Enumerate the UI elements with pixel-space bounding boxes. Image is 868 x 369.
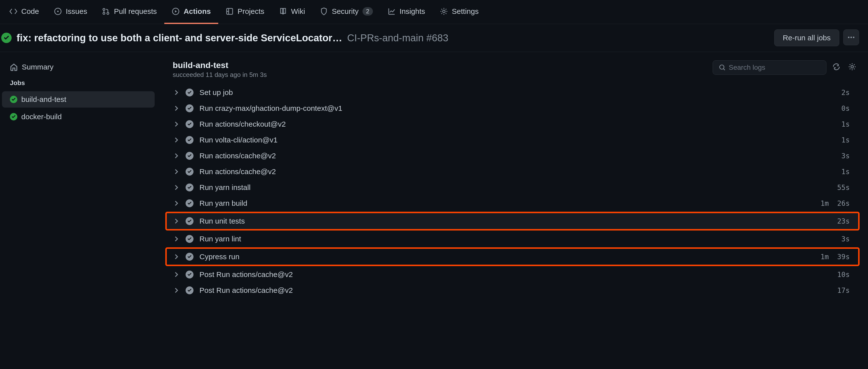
step-name: Run unit tests [199,217,831,225]
step-row[interactable]: Run yarn lint3s [167,231,858,247]
success-icon [186,253,193,261]
success-icon [186,217,193,225]
step-row[interactable]: Run actions/checkout@v21s [167,116,858,132]
step-row[interactable]: Run actions/cache@v23s [167,148,858,164]
success-icon [186,168,193,176]
chevron-right-icon [173,89,180,96]
step-row[interactable]: Run yarn install55s [167,179,858,195]
success-icon [10,96,17,103]
gear-icon [848,63,856,71]
step-name: Cypress run [199,253,814,261]
success-icon [186,120,193,128]
job-title: build-and-test [173,60,267,70]
svg-point-10 [853,37,855,38]
svg-point-11 [720,65,724,69]
workflow-header: fix: refactoring to use both a client- a… [0,24,868,52]
nav-projects[interactable]: Projects [218,0,272,24]
refresh-button[interactable] [830,61,842,74]
chevron-right-icon [173,153,180,159]
nav-security[interactable]: Security2 [312,0,380,24]
chevron-right-icon [173,105,180,112]
step-duration: 1m 26s [820,199,850,207]
play-icon [172,7,180,15]
nav-wiki[interactable]: Wiki [272,0,312,24]
job-content: build-and-test succeeded 11 days ago in … [157,52,868,369]
chevron-right-icon [173,271,180,278]
step-name: Run actions/cache@v2 [199,152,835,160]
workflow-menu-button[interactable] [843,29,859,45]
repo-nav: CodeIssuesPull requestsActionsProjectsWi… [0,0,868,24]
step-name: Run actions/checkout@v2 [199,120,835,128]
sidebar: Summary Jobs build-and-testdocker-build [0,52,157,369]
code-icon [9,7,17,15]
success-icon [186,152,193,160]
svg-point-9 [850,37,852,38]
step-name: Run volta-cli/action@v1 [199,136,835,144]
step-duration: 0s [841,104,850,112]
nav-code[interactable]: Code [2,0,46,24]
chevron-right-icon [173,168,180,175]
step-row[interactable]: Cypress run1m 39s [165,247,860,266]
step-duration: 2s [841,89,850,97]
step-duration: 1m 39s [820,253,850,261]
job-item-docker-build[interactable]: docker-build [2,108,155,125]
log-settings-button[interactable] [846,61,858,74]
step-name: Run yarn install [199,183,831,192]
log-search-input[interactable] [729,64,820,71]
step-row[interactable]: Run yarn build1m 26s [167,195,858,211]
step-row[interactable]: Post Run actions/cache@v210s [167,267,858,282]
chevron-right-icon [173,235,180,242]
success-icon [186,199,193,207]
nav-issues[interactable]: Issues [46,0,95,24]
gear-icon [440,7,448,15]
success-icon [186,89,193,96]
rerun-all-jobs-button[interactable]: Re-run all jobs [774,29,839,46]
pr-icon [102,7,110,15]
graph-icon [388,7,396,15]
svg-point-12 [851,66,854,68]
step-name: Run yarn lint [199,235,835,243]
project-icon [226,7,234,15]
svg-point-8 [848,37,849,38]
shield-icon [320,7,328,15]
job-item-build-and-test[interactable]: build-and-test [2,91,155,108]
summary-link[interactable]: Summary [2,59,155,75]
step-row[interactable]: Set up job2s [167,85,858,100]
success-icon [186,271,193,278]
badge: 2 [363,7,373,15]
success-icon [10,113,17,121]
success-icon [186,287,193,294]
nav-settings[interactable]: Settings [433,0,486,24]
workflow-title: fix: refactoring to use both a client- a… [17,32,342,43]
main-layout: Summary Jobs build-and-testdocker-build … [0,52,868,369]
success-icon [186,235,193,243]
step-name: Set up job [199,88,835,97]
chevron-right-icon [173,217,180,225]
chevron-right-icon [173,184,180,191]
step-row[interactable]: Run actions/cache@v21s [167,164,858,179]
step-name: Run actions/cache@v2 [199,167,835,176]
svg-point-7 [443,10,445,12]
step-duration: 3s [841,235,850,243]
log-search[interactable] [713,60,827,75]
issue-icon [54,7,62,15]
summary-label: Summary [22,63,54,71]
home-icon [10,63,18,71]
step-row[interactable]: Run volta-cli/action@v11s [167,132,858,148]
success-icon [1,33,12,43]
svg-point-3 [103,12,105,14]
step-row[interactable]: Run crazy-max/ghaction-dump-context@v10s [167,100,858,116]
step-duration: 17s [837,287,850,295]
nav-pull-requests[interactable]: Pull requests [95,0,164,24]
step-row[interactable]: Post Run actions/cache@v217s [167,282,858,298]
step-duration: 1s [841,168,850,176]
nav-actions[interactable]: Actions [164,0,218,24]
step-name: Post Run actions/cache@v2 [199,270,831,279]
job-header: build-and-test succeeded 11 days ago in … [157,56,868,85]
step-row[interactable]: Run unit tests23s [165,212,860,231]
svg-point-2 [103,8,105,10]
job-subtitle: succeeded 11 days ago in 5m 3s [173,71,267,79]
nav-insights[interactable]: Insights [380,0,433,24]
steps-list: Set up job2sRun crazy-max/ghaction-dump-… [157,85,868,298]
chevron-right-icon [173,121,180,128]
